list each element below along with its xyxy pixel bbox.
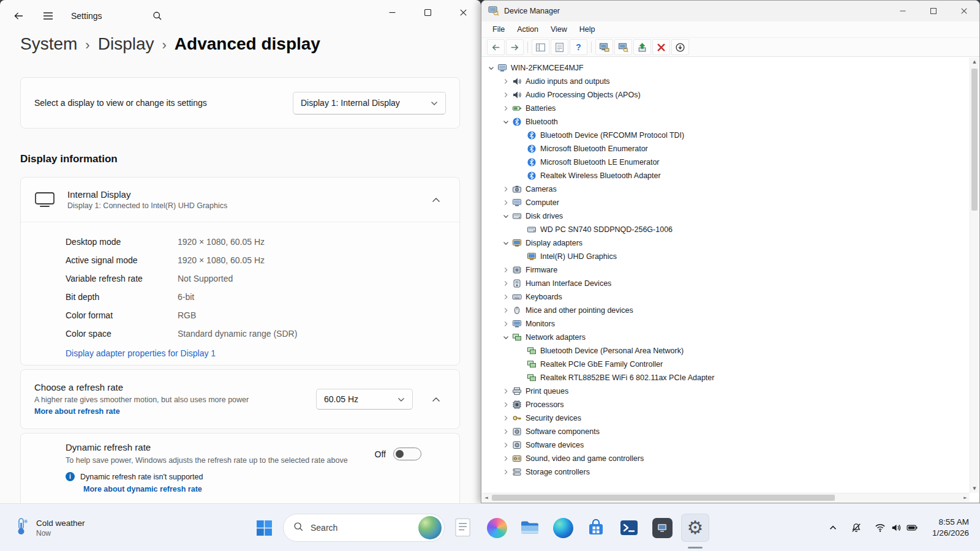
expand-chevron-icon[interactable] — [500, 305, 511, 315]
device-tree-item[interactable]: Firmware — [482, 263, 970, 277]
collapse-chevron-icon[interactable] — [500, 332, 511, 342]
device-tree-item[interactable]: Print queues — [482, 384, 970, 398]
breadcrumb-system[interactable]: System — [20, 34, 77, 54]
add-drivers-icon[interactable] — [595, 39, 613, 55]
device-tree-item[interactable]: Display adapters — [482, 236, 970, 250]
edge-icon[interactable] — [549, 514, 577, 542]
dynamic-refresh-toggle[interactable] — [393, 448, 421, 460]
microsoft-store-icon[interactable] — [582, 514, 610, 542]
navigation-menu-icon[interactable] — [37, 6, 59, 26]
close-button[interactable] — [445, 0, 481, 24]
breadcrumb-display[interactable]: Display — [98, 34, 154, 54]
device-tree-item[interactable]: Monitors — [482, 317, 970, 331]
maximize-button[interactable] — [410, 0, 445, 24]
device-tree-item[interactable]: Software components — [482, 425, 970, 438]
device-tree-item[interactable]: Keyboards — [482, 290, 970, 304]
expand-chevron-icon[interactable] — [500, 467, 511, 477]
device-tree-item[interactable]: Processors — [482, 398, 970, 411]
expand-chevron-icon[interactable] — [500, 103, 511, 113]
scroll-right-icon[interactable]: ► — [961, 493, 970, 503]
update-driver-icon[interactable] — [633, 39, 651, 55]
settings-icon[interactable]: ⚙ — [681, 514, 709, 542]
expand-chevron-icon[interactable] — [500, 319, 511, 329]
scrollbar-thumb[interactable] — [971, 69, 978, 211]
menu-help[interactable]: Help — [573, 23, 601, 36]
expand-chevron-icon[interactable] — [500, 386, 511, 396]
display-adapter-properties-link[interactable]: Display adapter properties for Display 1 — [66, 348, 216, 358]
quick-settings-button[interactable] — [870, 515, 922, 541]
tray-overflow-chevron-icon[interactable] — [822, 515, 844, 541]
start-button[interactable] — [250, 514, 278, 542]
collapse-chevron-icon[interactable] — [486, 63, 497, 73]
clock[interactable]: 8:55 AM 1/26/2026 — [925, 515, 976, 541]
menu-action[interactable]: Action — [511, 23, 545, 36]
device-tree-item[interactable]: WD PC SN740 SDDPNQD-256G-1006 — [482, 223, 970, 236]
mmc-icon[interactable] — [648, 514, 676, 542]
device-tree-item[interactable]: Network adapters — [482, 331, 970, 344]
do-not-disturb-icon[interactable] — [845, 515, 867, 541]
expand-chevron-icon[interactable] — [500, 440, 511, 450]
menu-file[interactable]: File — [486, 23, 511, 36]
expand-chevron-icon[interactable] — [500, 265, 511, 275]
scroll-down-icon[interactable]: ▼ — [970, 484, 979, 493]
expand-chevron-icon[interactable] — [500, 292, 511, 302]
properties-icon[interactable] — [551, 39, 568, 55]
device-tree-item[interactable]: Microsoft Bluetooth Enumerator — [482, 142, 970, 156]
expand-chevron-icon[interactable] — [500, 279, 511, 288]
device-tree-item[interactable]: Intel(R) UHD Graphics — [482, 250, 970, 263]
device-tree-item[interactable]: Realtek PCIe GbE Family Controller — [482, 358, 970, 371]
back-arrow-icon[interactable] — [487, 39, 505, 55]
maximize-button[interactable] — [918, 1, 949, 21]
device-tree-item[interactable]: Bluetooth Device (RFCOMM Protocol TDI) — [482, 129, 970, 142]
refresh-rate-dropdown[interactable]: 60.05 Hz — [316, 389, 413, 410]
display-information-header[interactable]: Internal Display Display 1: Connected to… — [21, 178, 459, 222]
more-about-dynamic-refresh-link[interactable]: More about dynamic refresh rate — [83, 485, 202, 493]
forward-arrow-icon[interactable] — [506, 39, 524, 55]
terminal-icon[interactable] — [615, 514, 643, 542]
device-tree-item[interactable]: Bluetooth — [482, 115, 970, 129]
device-tree-item[interactable]: Human Interface Devices — [482, 277, 970, 290]
expand-chevron-icon[interactable] — [500, 77, 511, 86]
minimize-button[interactable] — [374, 0, 410, 24]
device-tree-item[interactable]: Bluetooth Device (Personal Area Network) — [482, 344, 970, 358]
device-tree-item[interactable]: Realtek Wireless Bluetooth Adapter — [482, 169, 970, 182]
expand-chevron-icon[interactable] — [500, 427, 511, 437]
back-button[interactable] — [7, 6, 29, 26]
uninstall-device-icon[interactable] — [652, 39, 670, 55]
chevron-up-icon[interactable] — [424, 189, 448, 210]
display-select-dropdown[interactable]: Display 1: Internal Display — [293, 92, 446, 114]
menu-view[interactable]: View — [545, 23, 573, 36]
search-box[interactable]: Search — [283, 514, 445, 542]
collapse-chevron-icon[interactable] — [500, 238, 511, 248]
help-icon[interactable]: ? — [570, 39, 587, 55]
more-about-refresh-rate-link[interactable]: More about refresh rate — [34, 407, 120, 416]
horizontal-scrollbar[interactable]: ◄ ► — [482, 493, 970, 502]
device-tree-item[interactable]: Computer — [482, 196, 970, 209]
scroll-up-icon[interactable]: ▲ — [970, 58, 979, 66]
device-tree-item[interactable]: WIN-2FKMCEE4MJF — [482, 61, 970, 75]
device-tree-item[interactable]: Audio inputs and outputs — [482, 75, 970, 88]
show-console-tree-icon[interactable] — [532, 39, 549, 55]
minimize-button[interactable] — [888, 1, 918, 21]
device-tree-item[interactable]: Disk drives — [482, 209, 970, 223]
expand-chevron-icon[interactable] — [500, 90, 511, 100]
expand-chevron-icon[interactable] — [500, 400, 511, 410]
scan-hardware-changes-icon[interactable] — [614, 39, 632, 55]
vertical-scrollbar[interactable]: ▲ ▼ — [970, 58, 979, 493]
expand-chevron-icon[interactable] — [500, 454, 511, 463]
copilot-icon[interactable] — [483, 514, 511, 542]
close-button[interactable] — [949, 1, 979, 21]
device-tree-item[interactable]: Batteries — [482, 102, 970, 115]
device-tree-item[interactable]: Microsoft Bluetooth LE Enumerator — [482, 156, 970, 169]
device-tree-item[interactable]: Cameras — [482, 182, 970, 196]
device-tree-item[interactable]: Audio Processing Objects (APOs) — [482, 88, 970, 102]
expand-chevron-icon[interactable] — [500, 198, 511, 208]
device-tree-item[interactable]: Software devices — [482, 438, 970, 452]
chevron-up-icon[interactable] — [424, 389, 448, 410]
scrollbar-thumb[interactable] — [492, 495, 835, 501]
expand-chevron-icon[interactable] — [500, 413, 511, 423]
device-tree-item[interactable]: Mice and other pointing devices — [482, 304, 970, 317]
disable-device-icon[interactable] — [671, 39, 689, 55]
search-icon[interactable] — [146, 6, 168, 26]
file-explorer-icon[interactable] — [516, 514, 544, 542]
